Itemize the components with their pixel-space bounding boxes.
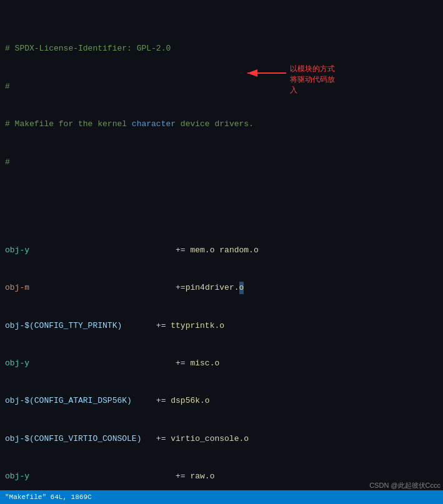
line-2: #: [5, 81, 438, 93]
code-val: ttyprintk.o: [171, 320, 224, 332]
code-highlight: o: [239, 282, 244, 294]
code-key: obj-y: [5, 470, 29, 483]
annotation: 以模块的方式将驱动代码放入: [244, 64, 340, 95]
code-comment: # SPDX-License-Identifier: GPL-2.0: [5, 42, 171, 55]
code-val: raw.o: [190, 470, 214, 483]
code-assign: +=: [156, 395, 171, 407]
code-pad: [132, 395, 156, 407]
code-key: obj-$(CONFIG_ATARI_DSP56K): [5, 395, 132, 407]
csdn-badge: CSDN @此起彼伏Cccc: [369, 481, 441, 490]
code-pad: [122, 320, 156, 332]
code-pad: [29, 470, 176, 483]
code-assign: +=: [176, 470, 190, 483]
code-pad: [29, 357, 176, 370]
line-1: # SPDX-License-Identifier: GPL-2.0: [5, 42, 438, 55]
code-val: mem.o random.o: [190, 244, 258, 257]
code-pad: [29, 282, 176, 294]
code-assign: +=: [176, 244, 190, 257]
code-val: virtio_console.o: [171, 433, 249, 445]
code-key-m: obj-m: [5, 282, 29, 294]
code-editor: # SPDX-License-Identifier: GPL-2.0 # # M…: [0, 0, 443, 504]
code-pad: [141, 433, 156, 445]
code-val: dsp56k.o: [171, 395, 209, 407]
code-key: obj-y: [5, 357, 29, 370]
code-key: obj-$(CONFIG_TTY_PRINTK): [5, 320, 122, 332]
line-obj-y-2: obj-y += misc.o: [5, 357, 438, 370]
line-virtio: obj-$(CONFIG_VIRTIO_CONSOLE) += virtio_c…: [5, 433, 438, 445]
code-key: obj-y: [5, 244, 29, 257]
code-comment: #: [5, 156, 10, 169]
annotation-text: 以模块的方式将驱动代码放入: [290, 64, 340, 95]
code-pad: [29, 244, 176, 257]
status-filename: "Makefile" 64L, 1869C: [5, 493, 92, 501]
code-assign: +=: [156, 433, 171, 445]
code-assign: +=: [156, 320, 171, 332]
code-val: pin4driver.: [186, 282, 239, 294]
code-comment: # Makefile for the kernel character devi…: [5, 118, 254, 131]
line-blank-1: [5, 194, 438, 206]
arrow-icon: [244, 66, 287, 80]
line-obj-y-1: obj-y += mem.o random.o: [5, 244, 438, 257]
line-atari: obj-$(CONFIG_ATARI_DSP56K) += dsp56k.o: [5, 395, 438, 407]
code-key: obj-$(CONFIG_VIRTIO_CONSOLE): [5, 433, 141, 445]
code-comment: #: [5, 81, 10, 93]
status-left: "Makefile" 64L, 1869C: [5, 493, 92, 501]
status-bar: "Makefile" 64L, 1869C: [0, 490, 443, 504]
code-assign: +=: [176, 282, 186, 294]
line-obj-m: obj-m +=pin4driver.o: [5, 282, 438, 294]
code-val: misc.o: [190, 357, 219, 370]
code-assign: +=: [176, 357, 190, 370]
line-4: #: [5, 156, 438, 169]
code-content: # SPDX-License-Identifier: GPL-2.0 # # M…: [0, 4, 443, 504]
line-tty: obj-$(CONFIG_TTY_PRINTK) += ttyprintk.o: [5, 320, 438, 332]
line-3: # Makefile for the kernel character devi…: [5, 118, 438, 131]
